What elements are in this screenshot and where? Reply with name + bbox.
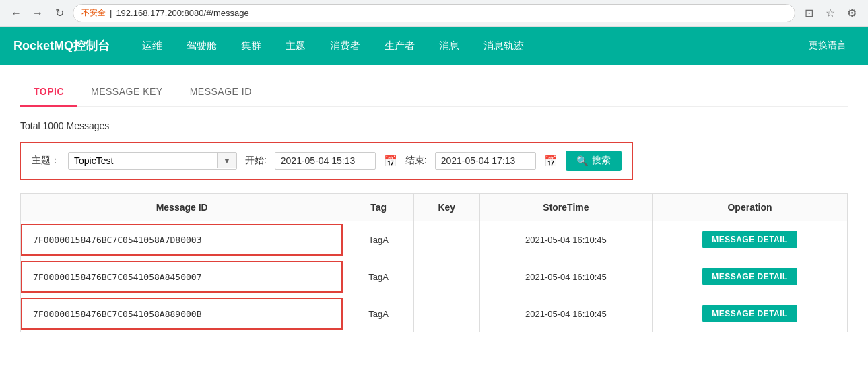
cell-store-time: 2021-05-04 16:10:45 — [479, 258, 652, 295]
topic-select-container: ▼ — [68, 152, 237, 170]
nav-item-jiqun[interactable]: 集群 — [229, 27, 273, 65]
url-text: 192.168.177.200:8080/#/message — [116, 8, 248, 18]
message-id-wrapper: 7F00000158476BC7C0541058A8450007 — [21, 261, 343, 293]
forward-button[interactable]: → — [30, 5, 46, 22]
nav-item-yunwei[interactable]: 运维 — [130, 27, 174, 65]
cell-message-id: 7F00000158476BC7C0541058A889000B — [21, 295, 343, 332]
topic-input[interactable] — [69, 153, 217, 169]
end-date-input[interactable] — [435, 152, 536, 170]
total-messages-label: Total 1000 Messages — [20, 120, 848, 131]
table-row: 7F00000158476BC7C0541058A889000BTagA2021… — [21, 295, 848, 332]
security-warning: 不安全 — [81, 7, 106, 19]
col-header-tag: Tag — [343, 194, 413, 221]
tab-topic[interactable]: TOPIC — [20, 78, 77, 107]
start-label: 开始: — [245, 155, 267, 167]
nav-item-xiaoxi[interactable]: 消息 — [427, 27, 471, 65]
nav-items-container: 运维 驾驶舱 集群 主题 消费者 生产者 消息 消息轨迹 — [130, 27, 801, 65]
col-header-store-time: StoreTime — [479, 194, 652, 221]
nav-item-shengchanzhe[interactable]: 生产者 — [372, 27, 427, 65]
tab-message-id[interactable]: MESSAGE ID — [176, 78, 265, 107]
browser-chrome: ← → ↻ 不安全 | 192.168.177.200:8080/#/messa… — [0, 0, 868, 27]
table-row: 7F00000158476BC7C0541058A8450007TagA2021… — [21, 258, 848, 295]
table-row: 7F00000158476BC7C0541058A7D80003TagA2021… — [21, 221, 848, 258]
main-content: TOPIC MESSAGE KEY MESSAGE ID Total 1000 … — [0, 65, 868, 346]
cell-operation: MESSAGE DETAIL — [653, 258, 848, 295]
browser-toolbar: ⊡ ☆ ⚙ — [801, 5, 860, 22]
search-button[interactable]: 🔍 搜索 — [566, 151, 622, 171]
tab-message-key[interactable]: MESSAGE KEY — [77, 78, 176, 107]
col-header-key: Key — [413, 194, 479, 221]
cell-message-id: 7F00000158476BC7C0541058A7D80003 — [21, 221, 343, 258]
nav-item-zhuti[interactable]: 主题 — [273, 27, 318, 65]
cell-store-time: 2021-05-04 16:10:45 — [479, 221, 652, 258]
start-date-input[interactable] — [275, 152, 376, 170]
address-separator: | — [110, 8, 112, 18]
language-switch[interactable]: 更换语言 — [801, 40, 855, 52]
cell-key — [413, 258, 479, 295]
message-id-wrapper: 7F00000158476BC7C0541058A7D80003 — [21, 224, 343, 256]
cell-operation: MESSAGE DETAIL — [653, 295, 848, 332]
back-button[interactable]: ← — [8, 5, 24, 22]
cell-tag: TagA — [343, 295, 413, 332]
bookmark-icon[interactable]: ☆ — [822, 5, 838, 22]
col-header-operation: Operation — [653, 194, 848, 221]
screen-capture-icon[interactable]: ⊡ — [801, 5, 817, 22]
end-calendar-icon[interactable]: 📅 — [544, 155, 558, 168]
topic-label: 主题： — [32, 155, 60, 167]
cell-tag: TagA — [343, 221, 413, 258]
col-header-message-id: Message ID — [21, 194, 343, 221]
extensions-icon[interactable]: ⚙ — [844, 5, 860, 22]
cell-operation: MESSAGE DETAIL — [653, 221, 848, 258]
start-calendar-icon[interactable]: 📅 — [384, 155, 397, 168]
top-navigation: RocketMQ控制台 运维 驾驶舱 集群 主题 消费者 生产者 消息 消息轨迹… — [0, 27, 868, 65]
message-detail-button[interactable]: MESSAGE DETAIL — [702, 268, 797, 285]
message-detail-button[interactable]: MESSAGE DETAIL — [702, 305, 797, 322]
nav-item-xiaoxiguiji[interactable]: 消息轨迹 — [471, 27, 536, 65]
address-bar[interactable]: 不安全 | 192.168.177.200:8080/#/message — [73, 4, 795, 22]
messages-table: Message ID Tag Key StoreTime Operation 7… — [20, 193, 848, 332]
brand-logo: RocketMQ控制台 — [13, 38, 110, 54]
message-detail-button[interactable]: MESSAGE DETAIL — [702, 231, 797, 248]
cell-key — [413, 295, 479, 332]
search-icon: 🔍 — [576, 155, 588, 166]
cell-store-time: 2021-05-04 16:10:45 — [479, 295, 652, 332]
dropdown-arrow-icon[interactable]: ▼ — [217, 153, 236, 168]
search-tabs: TOPIC MESSAGE KEY MESSAGE ID — [20, 78, 848, 107]
nav-item-jiashicang[interactable]: 驾驶舱 — [174, 27, 229, 65]
search-btn-label: 搜索 — [592, 155, 611, 167]
cell-tag: TagA — [343, 258, 413, 295]
search-bar: 主题： ▼ 开始: 📅 结束: 📅 🔍 搜索 — [20, 142, 633, 180]
end-label: 结束: — [405, 155, 427, 167]
message-id-wrapper: 7F00000158476BC7C0541058A889000B — [21, 298, 343, 330]
cell-message-id: 7F00000158476BC7C0541058A8450007 — [21, 258, 343, 295]
reload-button[interactable]: ↻ — [51, 5, 67, 22]
cell-key — [413, 221, 479, 258]
nav-item-xiaofeizhe[interactable]: 消费者 — [318, 27, 372, 65]
